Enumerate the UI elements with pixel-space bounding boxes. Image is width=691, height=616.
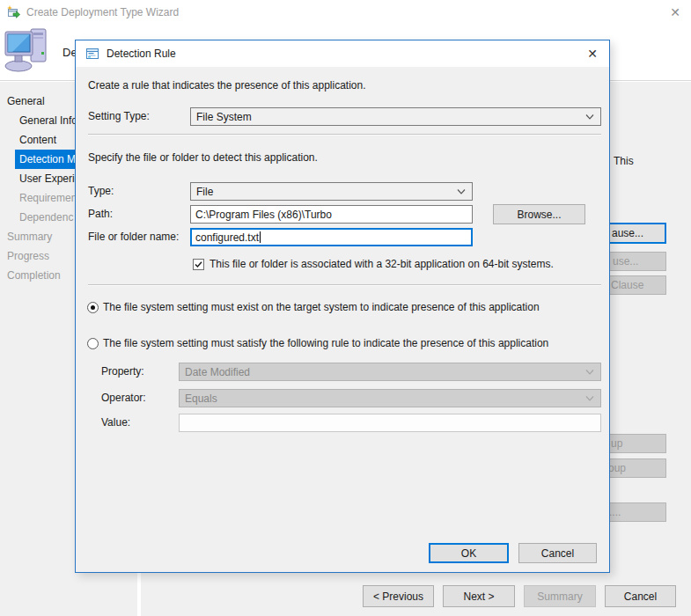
detection-rule-dialog: Detection Rule ✕ Create a rule that indi… [75, 40, 610, 573]
file-name-label: File or folder name: [88, 228, 179, 246]
create-deployment-type-wizard-window: Create Deployment Type Wizard ✕ De Gener… [0, 0, 691, 616]
operator-value: Equals [185, 392, 217, 405]
dialog-cancel-button[interactable]: Cancel [518, 543, 597, 563]
window-title: Create Deployment Type Wizard [26, 6, 179, 18]
operator-dropdown: Equals [179, 389, 601, 407]
window-close-icon[interactable]: ✕ [670, 5, 680, 19]
text-caret [260, 231, 261, 243]
setting-type-dropdown[interactable]: File System [190, 107, 601, 126]
summary-button: Summary [524, 585, 596, 607]
setting-type-value: File System [196, 111, 252, 123]
chevron-down-icon [457, 189, 466, 194]
dialog-title: Detection Rule [107, 48, 176, 60]
setting-type-label: Setting Type: [88, 107, 150, 126]
file-name-value: configured.txt [195, 231, 259, 244]
assoc-32bit-checkbox[interactable] [193, 259, 204, 270]
file-name-input[interactable]: configured.txt [190, 228, 473, 246]
chevron-down-icon [585, 370, 594, 375]
must-exist-radio[interactable] [87, 302, 99, 313]
wizard-cancel-button[interactable]: Cancel [605, 585, 676, 607]
assoc-32bit-checkbox-label: This file or folder is associated with a… [210, 258, 554, 270]
path-label: Path: [88, 205, 113, 224]
next-button[interactable]: Next > [443, 585, 515, 607]
type-value: File [196, 186, 213, 198]
property-value: Date Modified [185, 366, 250, 378]
computer-icon [4, 26, 55, 77]
ok-button[interactable]: OK [429, 543, 509, 563]
operator-label: Operator: [101, 389, 146, 407]
previous-button[interactable]: < Previous [363, 585, 434, 607]
chevron-down-icon [585, 114, 594, 120]
value-input [179, 414, 601, 432]
must-satisfy-rule-radio[interactable] [87, 338, 99, 349]
check-icon [195, 259, 202, 271]
dialog-body: Create a rule that indicates the presenc… [76, 67, 609, 572]
type-label: Type: [88, 182, 114, 201]
must-exist-radio-label: The file system setting must exist on th… [103, 301, 540, 313]
create-deployment-type-icon [7, 5, 21, 19]
property-label: Property: [101, 363, 144, 381]
value-label: Value: [101, 414, 130, 432]
file-section-heading: Specify the file or folder to detect thi… [88, 151, 318, 164]
path-input[interactable] [190, 205, 473, 224]
must-satisfy-rule-radio-label: The file system setting must satisfy the… [103, 337, 548, 349]
separator [88, 134, 601, 135]
browse-button[interactable]: Browse... [493, 204, 585, 224]
background-partial-text: This [614, 155, 634, 167]
chevron-down-icon [585, 396, 594, 401]
property-dropdown: Date Modified [179, 363, 601, 381]
window-titlebar: Create Deployment Type Wizard ✕ [0, 0, 691, 25]
dialog-intro-text: Create a rule that indicates the presenc… [88, 79, 366, 92]
type-dropdown[interactable]: File [190, 182, 473, 201]
detection-rule-dialog-icon [85, 47, 99, 63]
dialog-close-icon[interactable]: ✕ [587, 47, 598, 61]
separator [88, 284, 601, 285]
dialog-titlebar: Detection Rule ✕ [76, 40, 609, 67]
